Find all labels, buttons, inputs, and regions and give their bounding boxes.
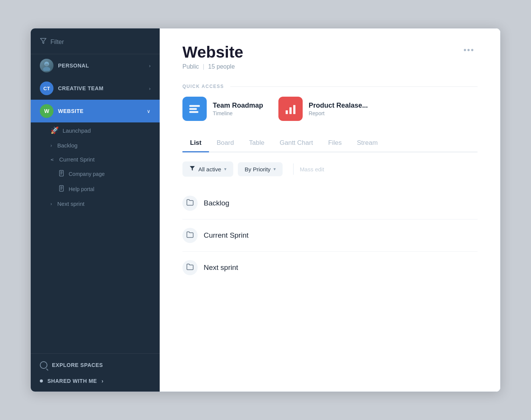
page-title-block: Website Public | 15 people (182, 44, 243, 70)
chevron-website: ∨ (147, 108, 151, 114)
filter-icon (40, 38, 47, 46)
sidebar-creative-team-label: CREATIVE TEAM (58, 85, 104, 91)
chevron-shared: › (102, 378, 104, 384)
sidebar-item-launchpad[interactable]: 🚀 Launchpad (38, 122, 160, 138)
tab-board[interactable]: Board (209, 135, 241, 152)
list-item-current-sprint-label: Current Sprint (204, 231, 248, 240)
tab-gantt[interactable]: Gantt Chart (272, 135, 320, 152)
rocket-icon: 🚀 (50, 126, 59, 135)
quick-access-cards: Team Roadmap Timeline (182, 97, 478, 121)
tab-stream[interactable]: Stream (349, 135, 385, 152)
toolbar-divider (293, 163, 294, 175)
svg-point-2 (43, 67, 50, 71)
list-item-backlog-label: Backlog (204, 199, 229, 207)
tab-files[interactable]: Files (320, 135, 349, 152)
filter-button[interactable]: All active ▾ (182, 161, 233, 177)
filter-input[interactable] (50, 39, 151, 45)
company-page-label: Company page (69, 171, 105, 177)
avatar-creative-team: CT (40, 81, 53, 95)
launchpad-label: Launchpad (63, 127, 91, 134)
next-sprint-label: Next sprint (57, 201, 85, 207)
list-item[interactable]: Next sprint (182, 252, 478, 284)
qa-icon-product-release (278, 97, 303, 121)
svg-point-3 (45, 64, 49, 66)
folder-icon-backlog (186, 199, 194, 208)
chevron-backlog: › (50, 143, 52, 148)
page-header: Website Public | 15 people ••• (182, 44, 478, 70)
filter-caret-icon: ▾ (224, 166, 226, 172)
tab-table[interactable]: Table (242, 135, 272, 152)
filter-label: All active (198, 166, 221, 172)
toolbar: All active ▾ By Priority ▾ Mass edit (182, 161, 478, 177)
folder-icon-wrap-next-sprint (182, 260, 198, 275)
list-item-next-sprint-label: Next sprint (204, 263, 238, 272)
svg-rect-8 (60, 186, 64, 191)
sidebar-item-creative-team[interactable]: CT CREATIVE TEAM › (31, 77, 160, 100)
main-inner: Website Public | 15 people ••• QUICK ACC… (160, 28, 500, 392)
sidebar-item-company-page[interactable]: Company page (38, 166, 160, 182)
doc-icon-company (58, 170, 65, 178)
svg-rect-15 (286, 110, 288, 114)
avatar-personal (40, 59, 53, 72)
meta-separator: | (203, 63, 204, 70)
folder-icon-wrap-backlog (182, 196, 198, 211)
chevron-creative-team: › (149, 86, 151, 91)
qa-card-team-roadmap-text: Team Roadmap Timeline (213, 102, 263, 116)
sidebar-bottom: EXPLORE SPACES SHARED WITH ME › (31, 353, 160, 392)
shared-with-me-label: SHARED WITH ME (47, 378, 97, 384)
current-sprint-label: Current Sprint (59, 156, 94, 163)
qa-card-team-roadmap-title: Team Roadmap (213, 102, 263, 110)
visibility-label: Public (182, 63, 199, 70)
folder-icon-next-sprint (186, 263, 194, 273)
sidebar-item-backlog[interactable]: › Backlog (38, 138, 160, 152)
main-content: Website Public | 15 people ••• QUICK ACC… (160, 28, 500, 392)
sidebar-item-shared-with-me[interactable]: SHARED WITH ME › (31, 373, 160, 389)
help-portal-label: Help portal (69, 186, 94, 192)
explore-spaces-label: EXPLORE SPACES (52, 362, 103, 368)
tabs-row: List Board Table Gantt Chart Files Strea… (182, 135, 478, 152)
sidebar-item-next-sprint[interactable]: › Next sprint (38, 197, 160, 211)
qa-card-product-release[interactable]: Product Realase... Report (278, 97, 368, 121)
list-section: Backlog Current Sprint (182, 187, 478, 284)
backlog-label: Backlog (57, 142, 77, 149)
more-options-button[interactable]: ••• (460, 44, 478, 56)
avatar-personal-inner (40, 59, 53, 72)
list-item[interactable]: Backlog (182, 187, 478, 219)
chevron-next-sprint: › (50, 201, 52, 207)
doc-icon-help (58, 185, 65, 193)
funnel-icon (189, 165, 195, 173)
svg-marker-0 (41, 38, 46, 44)
svg-rect-14 (189, 111, 198, 113)
svg-rect-16 (289, 107, 292, 114)
app-window: PERSONAL › CT CREATIVE TEAM › W WEBSITE … (30, 28, 501, 392)
sidebar-item-personal[interactable]: PERSONAL › (31, 54, 160, 77)
sidebar-website-label: WEBSITE (58, 108, 83, 114)
svg-rect-13 (189, 108, 197, 110)
qa-card-team-roadmap-sub: Timeline (213, 110, 263, 116)
sort-label: By Priority (245, 166, 270, 172)
dot-icon (40, 379, 43, 382)
sort-button[interactable]: By Priority ▾ (238, 162, 283, 176)
tab-list[interactable]: List (182, 135, 209, 152)
svg-rect-12 (189, 105, 200, 107)
list-item[interactable]: Current Sprint (182, 219, 478, 252)
qa-card-product-release-text: Product Realase... Report (309, 102, 368, 116)
quick-access-title: QUICK ACCESS (182, 84, 478, 89)
folder-icon-wrap-current-sprint (182, 228, 198, 243)
svg-rect-17 (293, 105, 295, 114)
sidebar-sub-nav: 🚀 Launchpad › Backlog ∨ Current Sprint (31, 122, 160, 211)
sidebar-item-current-sprint[interactable]: ∨ Current Sprint (38, 152, 160, 166)
sidebar: PERSONAL › CT CREATIVE TEAM › W WEBSITE … (31, 28, 160, 392)
chevron-current-sprint: ∨ (50, 158, 55, 161)
avatar-w-text: W (44, 108, 49, 114)
sidebar-item-help-portal[interactable]: Help portal (38, 182, 160, 197)
qa-icon-team-roadmap (182, 97, 207, 121)
qa-card-product-release-title: Product Realase... (309, 102, 368, 110)
mass-edit-button[interactable]: Mass edit (300, 166, 324, 172)
sort-caret-icon: ▾ (273, 166, 276, 172)
search-icon (40, 361, 47, 369)
sidebar-item-website[interactable]: W WEBSITE ∨ (31, 100, 160, 122)
qa-card-team-roadmap[interactable]: Team Roadmap Timeline (182, 97, 263, 121)
qa-card-product-release-sub: Report (309, 110, 368, 116)
sidebar-item-explore-spaces[interactable]: EXPLORE SPACES (31, 357, 160, 373)
